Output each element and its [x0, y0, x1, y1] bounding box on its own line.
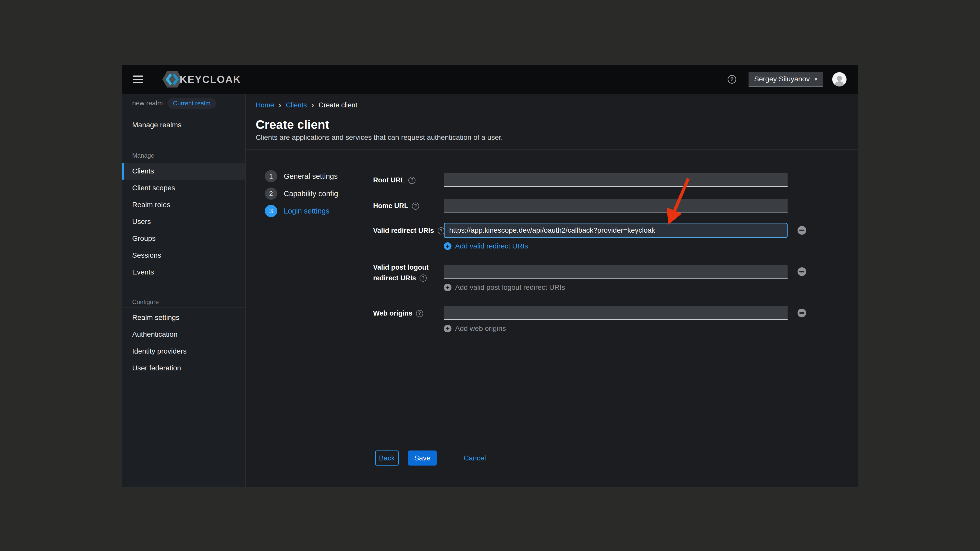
breadcrumb-home[interactable]: Home	[256, 101, 274, 109]
hamburger-menu-icon[interactable]	[133, 76, 143, 83]
user-name: Sergey Siluyanov	[754, 75, 810, 83]
root-url-input[interactable]	[444, 173, 788, 187]
wizard-nav: 1 General settings 2 Capability config 3…	[265, 170, 338, 222]
add-web-origins-link[interactable]: + Add web origins	[444, 324, 506, 333]
content-area: Home › Clients › Create client Create cl…	[246, 94, 858, 487]
sidebar-item-user-federation[interactable]: User federation	[122, 360, 245, 376]
sidebar-item-identity-providers[interactable]: Identity providers	[122, 343, 245, 360]
remove-web-origin-button[interactable]	[797, 309, 806, 318]
keycloak-logo: KEYCLOAK	[162, 70, 241, 88]
step-number-badge: 3	[265, 205, 277, 217]
plus-circle-icon: +	[444, 242, 452, 250]
save-button[interactable]: Save	[408, 451, 437, 465]
user-avatar[interactable]	[832, 72, 846, 86]
realm-name: new realm	[132, 99, 163, 107]
sidebar-item-clients[interactable]: Clients	[122, 163, 245, 179]
back-button[interactable]: Back	[375, 451, 399, 465]
sidebar-item-users[interactable]: Users	[122, 213, 245, 230]
help-icon[interactable]: ?	[416, 310, 423, 317]
add-valid-redirect-uris-link[interactable]: + Add valid redirect URIs	[444, 242, 528, 250]
caret-down-icon: ▾	[815, 76, 818, 83]
help-icon[interactable]: ?	[412, 203, 419, 210]
plus-circle-icon: +	[444, 284, 452, 291]
cancel-button[interactable]: Cancel	[464, 451, 486, 465]
breadcrumb-separator-icon: ›	[279, 101, 281, 110]
plus-circle-icon: +	[444, 325, 452, 332]
post-logout-redirect-uris-input[interactable]	[444, 265, 788, 279]
home-url-input[interactable]	[444, 199, 788, 213]
wizard-step-general-settings[interactable]: 1 General settings	[265, 170, 338, 183]
header-divider	[246, 149, 858, 150]
valid-redirect-uris-input[interactable]	[444, 223, 788, 238]
home-url-label: Home URL?	[373, 202, 419, 210]
sidebar: new realm Current realm Manage realms Ma…	[122, 94, 246, 487]
breadcrumb-separator-icon: ›	[312, 101, 314, 110]
sidebar-manage-list: Clients Client scopes Realm roles Users …	[122, 161, 245, 281]
web-origins-input[interactable]	[444, 306, 788, 320]
sidebar-item-events[interactable]: Events	[122, 264, 245, 281]
sidebar-item-manage-realms[interactable]: Manage realms	[122, 116, 245, 134]
wizard-form-divider	[363, 149, 363, 476]
sidebar-group-configure: Configure	[122, 297, 245, 307]
wizard-step-capability-config[interactable]: 2 Capability config	[265, 187, 338, 200]
sidebar-group-manage: Manage	[122, 151, 245, 161]
keycloak-logo-icon	[162, 70, 182, 88]
sidebar-item-realm-settings[interactable]: Realm settings	[122, 309, 245, 326]
wizard-step-login-settings[interactable]: 3 Login settings	[265, 205, 338, 217]
masthead: KEYCLOAK ? Sergey Siluyanov ▾	[122, 65, 858, 94]
sidebar-item-sessions[interactable]: Sessions	[122, 247, 245, 264]
keycloak-admin-window: KEYCLOAK ? Sergey Siluyanov ▾ new realm …	[122, 65, 858, 487]
help-icon[interactable]: ?	[408, 177, 415, 184]
help-icon[interactable]: ?	[420, 275, 427, 282]
breadcrumb-clients[interactable]: Clients	[286, 101, 307, 109]
breadcrumb-current: Create client	[319, 101, 358, 109]
sidebar-item-groups[interactable]: Groups	[122, 230, 245, 247]
page-subtitle: Clients are applications and services th…	[256, 133, 503, 141]
page-title: Create client	[256, 118, 329, 132]
remove-post-logout-uri-button[interactable]	[797, 267, 806, 276]
step-number-badge: 2	[265, 187, 277, 200]
post-logout-label: Valid post logout redirect URIs?	[373, 262, 429, 283]
current-realm-badge: Current realm	[167, 98, 216, 109]
breadcrumb: Home › Clients › Create client	[256, 101, 357, 110]
root-url-label: Root URL?	[373, 176, 415, 184]
brand-text: KEYCLOAK	[180, 74, 241, 85]
step-number-badge: 1	[265, 170, 277, 183]
sidebar-item-authentication[interactable]: Authentication	[122, 326, 245, 343]
sidebar-configure-list: Realm settings Authentication Identity p…	[122, 308, 245, 376]
web-origins-label: Web origins?	[373, 310, 423, 318]
sidebar-item-realm-roles[interactable]: Realm roles	[122, 197, 245, 213]
person-icon	[834, 75, 845, 86]
sidebar-item-client-scopes[interactable]: Client scopes	[122, 179, 245, 197]
realm-selector[interactable]: new realm Current realm	[122, 94, 245, 113]
help-icon[interactable]: ?	[728, 75, 736, 84]
valid-redirect-uris-label: Valid redirect URIs?	[373, 227, 445, 235]
add-post-logout-uris-link[interactable]: + Add valid post logout redirect URIs	[444, 283, 565, 292]
user-menu-dropdown[interactable]: Sergey Siluyanov ▾	[749, 72, 823, 87]
remove-redirect-uri-button[interactable]	[797, 226, 806, 235]
